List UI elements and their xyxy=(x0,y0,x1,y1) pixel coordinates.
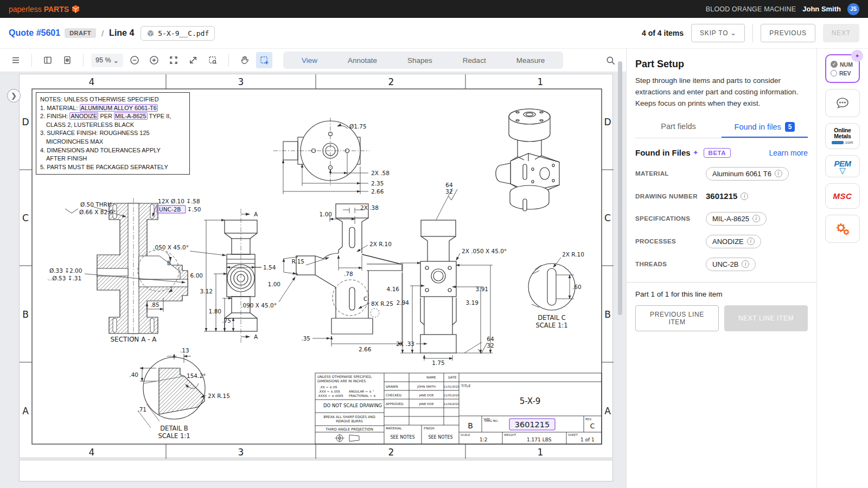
menu-icon[interactable] xyxy=(8,52,24,68)
num-rev-toggle-card[interactable]: ✦ ✓ NUM REV xyxy=(825,54,860,83)
info-icon[interactable]: i xyxy=(747,237,755,245)
tab-measure[interactable]: Measure xyxy=(501,56,560,65)
tab-shapes[interactable]: Shapes xyxy=(392,56,448,65)
right-view-dims: 64 32 2X .050 X 45.0° 4.16 2.94 3.91 3.1… xyxy=(387,182,507,366)
svg-text:SEE NOTES: SEE NOTES xyxy=(428,435,452,440)
tab-part-fields[interactable]: Part fields xyxy=(635,117,722,138)
svg-text:Ø.33 ↧2.00: Ø.33 ↧2.00 xyxy=(49,267,82,274)
drawing-sheet[interactable]: 4 3 2 1 4 3 2 1 D C B A D C B A xyxy=(19,74,613,458)
pem-card[interactable]: PEM ▽ xyxy=(825,155,860,178)
zoom-level-dropdown[interactable]: 95 %⌄ xyxy=(91,54,123,67)
msc-card[interactable]: MSC xyxy=(825,183,860,209)
side-panel-icon[interactable] xyxy=(40,52,56,68)
svg-text:.XX = ±.05: .XX = ±.05 xyxy=(320,386,337,389)
file-chip[interactable]: 5-X-9__C.pdf xyxy=(141,26,215,41)
svg-text:C: C xyxy=(22,213,29,223)
info-icon[interactable]: i xyxy=(742,260,749,268)
svg-text:WEIGHT: WEIGHT xyxy=(504,433,516,436)
detail-c-dims: 2X R.10 .60 DETAIL C SCALE 1:1 xyxy=(535,251,584,329)
svg-text:2: 2 xyxy=(388,76,394,87)
threads-chip[interactable]: UNC-2B i xyxy=(706,258,756,271)
line-item-label: Line 4 xyxy=(109,28,134,38)
svg-text:B: B xyxy=(604,309,611,320)
panel-description: Step through line items and parts to con… xyxy=(635,75,808,110)
vertical-scrollbar[interactable] xyxy=(618,61,622,315)
svg-text:TITLE: TITLE xyxy=(461,384,471,388)
expand-panel-chevron-button[interactable]: ❯ xyxy=(7,89,21,102)
crop-select-tool-icon[interactable] xyxy=(256,52,272,68)
previous-button[interactable]: PREVIOUS xyxy=(761,24,815,42)
svg-text:SCALE: SCALE xyxy=(461,433,470,436)
svg-text:Ø.50 THRU: Ø.50 THRU xyxy=(80,201,112,208)
rev-option[interactable]: REV xyxy=(826,69,856,78)
next-line-item-button[interactable]: NEXT LINE ITEM xyxy=(724,305,808,331)
drawing-number-value: 3601215 i xyxy=(706,191,808,201)
comments-card[interactable] xyxy=(825,89,860,117)
svg-text:.71: .71 xyxy=(137,406,146,413)
pan-hand-icon[interactable] xyxy=(237,52,253,68)
divider xyxy=(627,282,816,282)
material-chip[interactable]: Aluminum 6061 T6 i xyxy=(706,167,789,181)
svg-text:B: B xyxy=(22,309,29,320)
svg-text:REMOVE BURRS: REMOVE BURRS xyxy=(336,419,363,423)
info-icon[interactable]: i xyxy=(775,170,782,177)
svg-text:A: A xyxy=(254,333,258,340)
part-setup-panel: Part Setup Step through line items and p… xyxy=(627,49,816,488)
learn-more-link[interactable]: Learn more xyxy=(769,149,808,157)
svg-text:32: 32 xyxy=(487,342,494,349)
anodize-highlight[interactable]: ANODIZE xyxy=(69,112,98,120)
logo-bar xyxy=(832,141,844,144)
zoom-out-icon[interactable] xyxy=(126,52,143,68)
svg-text:11/09/2020: 11/09/2020 xyxy=(444,402,459,406)
page-settings-icon[interactable] xyxy=(59,52,75,68)
notes-line: NOTES: UNLESS OTHERWISE SPECIFIED xyxy=(40,95,186,104)
svg-text:1: 1 xyxy=(538,447,544,458)
tab-annotate[interactable]: Annotate xyxy=(333,56,392,65)
material-highlight[interactable]: ALUMINUM ALLOY 6061-T6 xyxy=(80,104,158,112)
pem-logo: PEM ▽ xyxy=(834,156,851,177)
marquee-zoom-icon[interactable] xyxy=(205,52,221,68)
tab-redact[interactable]: Redact xyxy=(448,56,501,65)
online-metals-card[interactable]: Online Metals .com xyxy=(825,123,860,149)
svg-text:2X .33: 2X .33 xyxy=(396,341,414,347)
svg-text:2X R.10: 2X R.10 xyxy=(562,251,584,258)
tab-found-in-files[interactable]: Found in files 5 xyxy=(722,117,808,138)
actual-size-icon[interactable] xyxy=(185,52,201,68)
search-icon[interactable] xyxy=(602,52,618,68)
tab-view[interactable]: View xyxy=(286,56,333,65)
divider xyxy=(752,24,753,42)
svg-text:1.00: 1.00 xyxy=(268,281,280,287)
svg-text:SECTION A - A: SECTION A - A xyxy=(110,336,157,343)
file-name: 5-X-9__C.pdf xyxy=(158,29,209,37)
quote-link[interactable]: Quote #5601 xyxy=(9,28,60,38)
document-canvas[interactable]: 4 3 2 1 4 3 2 1 D C B A D C B A xyxy=(0,72,626,488)
field-label: THREADS xyxy=(635,261,706,267)
divider xyxy=(31,54,32,67)
field-label: DRAWING NUMBER xyxy=(635,193,706,200)
info-icon[interactable]: i xyxy=(741,192,748,200)
side-view xyxy=(279,204,402,346)
svg-text:4.16: 4.16 xyxy=(387,286,400,292)
svg-text:DIMENSIONS ARE IN INCHES: DIMENSIONS ARE IN INCHES xyxy=(317,379,366,383)
svg-text:.XXXX = ±.0005: .XXXX = ±.0005 xyxy=(317,394,343,397)
integrations-settings-card[interactable] xyxy=(825,215,860,243)
user-name[interactable]: John Smith xyxy=(802,5,841,13)
svg-text:2X .050 X 45.0°: 2X .050 X 45.0° xyxy=(462,248,507,254)
svg-text:3.12: 3.12 xyxy=(200,288,213,294)
user-avatar[interactable]: JS xyxy=(847,3,859,15)
brand-parts: PARTS xyxy=(44,5,69,14)
zoom-in-icon[interactable] xyxy=(146,52,162,68)
svg-text:6.00: 6.00 xyxy=(190,272,203,279)
previous-line-item-button[interactable]: PREVIOUS LINE ITEM xyxy=(635,305,719,331)
skip-to-button[interactable]: SKIP TO ⌄ xyxy=(691,24,745,42)
info-icon[interactable]: i xyxy=(752,215,760,222)
processes-chip[interactable]: ANODIZE i xyxy=(706,235,761,248)
spec-highlight[interactable]: MIL-A-8625 xyxy=(114,112,147,120)
paperless-parts-logo[interactable]: paperlessPARTS xyxy=(9,4,80,14)
specifications-chip[interactable]: MIL-A-8625 i xyxy=(706,212,767,226)
notes-line: MICROINCHES MAX xyxy=(40,138,186,146)
svg-text:C: C xyxy=(363,296,367,302)
num-option[interactable]: ✓ NUM xyxy=(826,60,857,69)
fit-to-screen-icon[interactable] xyxy=(165,52,182,68)
next-button[interactable]: NEXT xyxy=(823,24,859,42)
